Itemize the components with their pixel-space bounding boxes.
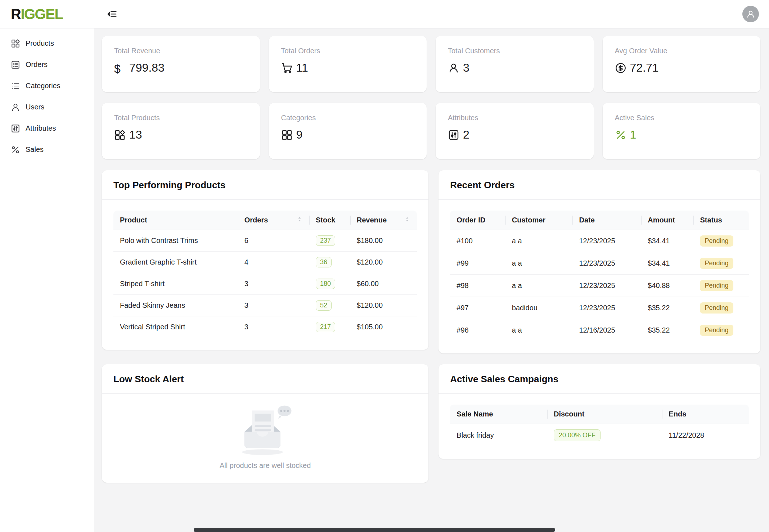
stat-card-active-sales: Active Sales 1: [603, 103, 761, 159]
col-header-product: Product: [113, 211, 238, 230]
sidebar-item-label: Users: [26, 103, 44, 111]
col-header-sale-name: Sale Name: [450, 405, 547, 424]
col-header-status: Status: [693, 211, 749, 230]
panels-grid: Top Performing Products Product Orders S…: [102, 170, 760, 483]
status-badge: Pending: [700, 258, 733, 269]
sort-icon[interactable]: [296, 216, 303, 222]
recent-orders-table: Order ID Customer Date Amount Status #10…: [450, 211, 749, 341]
sidebar-item-categories[interactable]: Categories: [0, 75, 94, 96]
list-box-icon: [11, 60, 20, 69]
user-avatar[interactable]: [742, 6, 759, 22]
main-content: Total Revenue $ 799.83 Total Orders 11 T…: [94, 28, 769, 532]
col-header-revenue[interactable]: Revenue: [350, 211, 417, 230]
brand-logo[interactable]: RIGGEL: [0, 6, 94, 22]
shopping-cart-icon: [281, 62, 293, 74]
user-icon: [11, 103, 20, 112]
sliders-box-icon: [11, 124, 20, 133]
table-row: #99 a a 12/23/2025 $34.41 Pending: [450, 252, 749, 275]
dollar-circle-icon: [615, 62, 626, 74]
stat-value: 72.71: [630, 61, 659, 75]
stat-card-categories: Categories 9: [269, 103, 427, 159]
table-row: #98 a a 12/23/2025 $40.88 Pending: [450, 275, 749, 297]
stat-label: Total Customers: [448, 47, 581, 55]
campaigns-table: Sale Name Discount Ends Black friday 20.…: [450, 405, 749, 447]
user-icon: [448, 62, 459, 74]
logo-letter-r: R: [11, 6, 21, 22]
stock-badge: 180: [316, 279, 335, 289]
col-header-ends: Ends: [662, 405, 749, 424]
sidebar: Products Orders Categories Users Attribu…: [0, 28, 94, 532]
stock-badge: 237: [316, 235, 335, 246]
stat-value: 11: [296, 61, 308, 75]
col-header-date: Date: [572, 211, 641, 230]
panel-title: Top Performing Products: [102, 170, 428, 200]
stock-badge: 217: [316, 322, 335, 332]
sidebar-item-label: Sales: [26, 145, 44, 154]
sliders-box-icon: [448, 129, 459, 141]
status-badge: Pending: [700, 302, 733, 314]
table-row: #100 a a 12/23/2025 $34.41 Pending: [450, 230, 749, 252]
col-header-discount: Discount: [547, 405, 662, 424]
empty-state-message: All products are well stocked: [220, 461, 311, 470]
discount-badge: 20.00% OFF: [554, 429, 601, 441]
stock-badge: 52: [316, 300, 332, 311]
stat-label: Total Revenue: [114, 47, 248, 55]
stock-badge: 36: [316, 257, 332, 267]
sidebar-item-sales[interactable]: Sales: [0, 139, 94, 160]
stat-card-avg-order-value: Avg Order Value 72.71: [603, 36, 761, 92]
layout-grid-icon: [281, 129, 293, 141]
percent-icon: [615, 129, 626, 141]
sidebar-item-users[interactable]: Users: [0, 96, 94, 118]
stat-label: Total Products: [114, 114, 248, 122]
sidebar-collapse-icon[interactable]: [106, 8, 118, 20]
col-header-stock: Stock: [309, 211, 350, 230]
col-header-orders[interactable]: Orders: [238, 211, 309, 230]
table-row: Striped T-shirt 3 180 $60.00: [113, 273, 417, 295]
sidebar-item-label: Products: [26, 39, 54, 48]
panel-title: Active Sales Campaigns: [439, 364, 760, 394]
status-badge: Pending: [700, 325, 733, 336]
sidebar-item-products[interactable]: Products: [0, 33, 94, 54]
stat-card-total-revenue: Total Revenue $ 799.83: [102, 36, 260, 92]
col-header-amount: Amount: [641, 211, 693, 230]
stat-card-total-products: Total Products 13: [102, 103, 260, 159]
sort-icon[interactable]: [404, 216, 410, 222]
stat-value: 13: [129, 128, 142, 141]
top-products-table: Product Orders Stock Revenue Polo with C…: [113, 211, 417, 338]
status-badge: Pending: [700, 280, 733, 291]
blocks-icon: [11, 39, 20, 48]
stat-label: Attributes: [448, 114, 581, 122]
sidebar-item-label: Categories: [26, 82, 60, 90]
stat-label: Active Sales: [615, 114, 748, 122]
user-icon: [746, 9, 755, 19]
status-badge: Pending: [700, 235, 733, 247]
list-icon: [11, 81, 20, 91]
stat-value: 2: [463, 128, 469, 141]
campaigns-panel: Active Sales Campaigns Sale Name Discoun…: [439, 364, 760, 459]
empty-inbox-illustration: [235, 403, 296, 458]
table-row: #96 a a 12/16/2025 $35.22 Pending: [450, 319, 749, 342]
stat-label: Categories: [281, 114, 415, 122]
low-stock-panel: Low Stock Alert: [102, 364, 428, 483]
stat-label: Avg Order Value: [615, 47, 748, 55]
sidebar-item-orders[interactable]: Orders: [0, 54, 94, 75]
stat-value: 3: [463, 61, 469, 75]
table-row: Black friday 20.00% OFF 11/22/2028: [450, 424, 749, 447]
horizontal-scrollbar-thumb[interactable]: [194, 528, 555, 532]
sidebar-item-attributes[interactable]: Attributes: [0, 118, 94, 139]
panel-title: Recent Orders: [439, 170, 760, 200]
dollar-sign-icon: $: [114, 62, 126, 74]
top-products-panel: Top Performing Products Product Orders S…: [102, 170, 428, 350]
col-header-order-id: Order ID: [450, 211, 505, 230]
stat-value: 799.83: [129, 61, 165, 75]
stat-label: Total Orders: [281, 47, 415, 55]
table-row: Faded Skinny Jeans 3 52 $120.00: [113, 295, 417, 316]
blocks-icon: [114, 129, 126, 141]
logo-rest: IGGEL: [21, 6, 63, 22]
percent-icon: [11, 145, 20, 154]
stat-value: 1: [630, 128, 637, 141]
sidebar-item-label: Attributes: [26, 124, 56, 132]
table-row: Vertical Striped Shirt 3 217 $105.00: [113, 316, 417, 338]
panel-title: Low Stock Alert: [102, 364, 428, 394]
stats-grid: Total Revenue $ 799.83 Total Orders 11 T…: [102, 36, 760, 159]
